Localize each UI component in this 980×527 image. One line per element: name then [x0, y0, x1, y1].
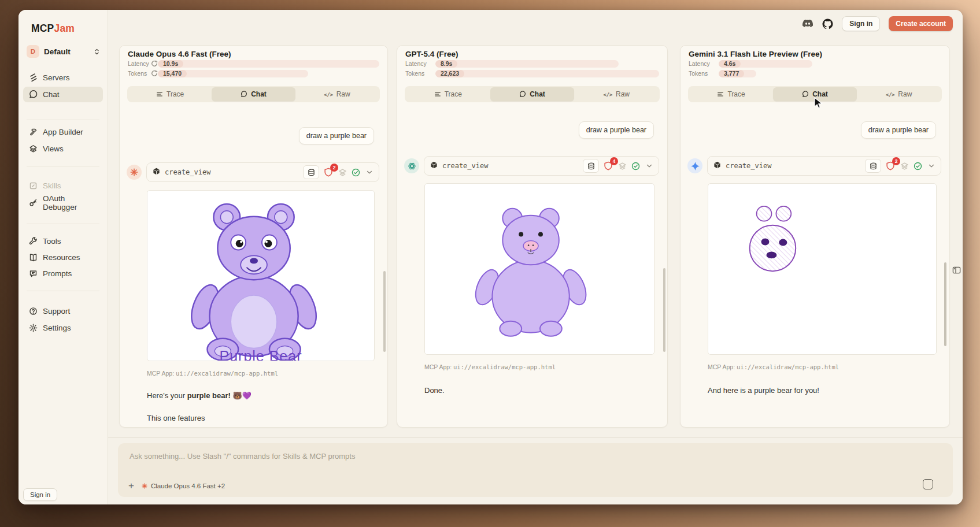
tokens-value: 3,777: [719, 70, 744, 77]
sidebar-item-chat[interactable]: Chat: [23, 87, 103, 102]
sidebar-item-label: App Builder: [43, 128, 83, 136]
latency-metric: Latency 8.9s: [405, 60, 659, 68]
discord-icon[interactable]: [802, 19, 813, 28]
shield-icon[interactable]: 4: [604, 161, 613, 170]
database-chip-button[interactable]: [303, 165, 319, 179]
sidebar-item-label: Servers: [43, 73, 70, 82]
sign-in-button[interactable]: Sign in: [842, 16, 880, 31]
panel-toggle-icon[interactable]: [952, 266, 961, 274]
sidebar-divider: [27, 291, 99, 291]
shield-icon[interactable]: 2: [886, 161, 896, 170]
shield-icon[interactable]: 2: [324, 168, 334, 177]
tool-name: create_view: [165, 168, 210, 176]
model-title: GPT-5.4 (Free): [405, 50, 458, 58]
stop-button[interactable]: [923, 479, 933, 489]
tab-trace[interactable]: Trace: [128, 87, 212, 101]
mouse-cursor: [812, 97, 824, 110]
assistant-message: This one features: [147, 414, 376, 422]
sidebar-item-label: Prompts: [43, 269, 72, 278]
latency-metric: Latency 10.9s: [128, 60, 379, 68]
tab-trace[interactable]: Trace: [689, 87, 773, 101]
sidebar-item-support[interactable]: Support: [23, 303, 103, 319]
assistant-message: Here's your purple bear! 🐻💜: [147, 391, 376, 400]
help-circle-icon: [29, 307, 38, 316]
latency-metric: Latency 4.6s: [689, 60, 941, 68]
layers-icon: [29, 144, 38, 153]
sidebar-item-views[interactable]: Views: [23, 141, 103, 157]
excalidraw-canvas[interactable]: Purple Bear: [147, 190, 375, 361]
mcp-app-link: MCP App: ui://excalidraw/mcp-app.html: [147, 370, 278, 377]
prompt-bubble-icon: [29, 269, 38, 278]
tool-name: create_view: [442, 162, 488, 170]
sidebar-item-oauth-debugger[interactable]: OAuth Debugger: [23, 195, 103, 210]
chevron-up-down-icon: [93, 48, 101, 55]
tool-call-row[interactable]: create_view 2: [127, 162, 379, 182]
sidebar-item-resources[interactable]: Resources: [23, 250, 103, 265]
model-selector-chip[interactable]: Claude Opus 4.6 Fast +2: [142, 483, 225, 489]
tab-chat[interactable]: Chat: [212, 87, 295, 101]
notification-badge: 4: [610, 157, 618, 165]
sidebar-item-app-builder[interactable]: App Builder: [23, 124, 103, 140]
scrollbar-thumb[interactable]: [663, 268, 665, 352]
top-bar: Sign in Create account: [108, 10, 963, 38]
workspace-selector[interactable]: D Default: [23, 43, 104, 60]
tab-raw[interactable]: </>Raw: [295, 87, 379, 101]
chat-input[interactable]: [118, 443, 953, 471]
sidebar-sign-in-button[interactable]: Sign in: [23, 488, 57, 501]
chevron-down-icon[interactable]: [928, 162, 935, 169]
sidebar-item-prompts[interactable]: Prompts: [23, 266, 103, 281]
sidebar-item-label: Views: [43, 144, 64, 153]
add-attachment-button[interactable]: +: [128, 481, 134, 491]
main-area: Sign in Create account Claude Opus 4.6 F…: [108, 10, 963, 504]
excalidraw-canvas[interactable]: [708, 183, 937, 355]
user-message-bubble: draw a purple bear: [579, 121, 654, 139]
servers-icon: [29, 73, 38, 82]
tab-trace[interactable]: Trace: [406, 87, 490, 101]
scrollbar-thumb[interactable]: [383, 271, 386, 352]
tokens-value: 15,470: [158, 70, 187, 77]
skills-icon: [29, 181, 38, 190]
tool-call-row[interactable]: create_view 2: [687, 156, 941, 176]
chevron-down-icon[interactable]: [646, 162, 653, 169]
layers-icon[interactable]: [338, 168, 347, 177]
mcp-app-link: MCP App: ui://excalidraw/mcp-app.html: [708, 363, 839, 370]
sidebar-item-tools[interactable]: Tools: [23, 233, 103, 249]
claude-avatar: [127, 165, 142, 180]
drawing-caption: Purple Bear: [147, 348, 374, 361]
tab-raw[interactable]: </>Raw: [857, 87, 941, 101]
sidebar-item-label: Resources: [43, 253, 80, 262]
excalidraw-canvas[interactable]: [424, 183, 654, 355]
sidebar-divider: [27, 224, 99, 224]
assistant-message: And here is a purple bear for you!: [708, 386, 938, 395]
create-account-button[interactable]: Create account: [889, 16, 953, 31]
check-circle-icon: [914, 162, 922, 170]
chevron-down-icon[interactable]: [366, 169, 373, 176]
sidebar-divider: [27, 120, 99, 120]
sidebar-item-label: Settings: [43, 324, 71, 332]
package-icon: [153, 167, 160, 177]
sidebar-item-label: Chat: [43, 90, 60, 99]
user-message-bubble: draw a purple bear: [299, 127, 374, 144]
github-icon[interactable]: [822, 18, 833, 29]
sidebar-item-settings[interactable]: Settings: [23, 320, 103, 336]
sidebar-item-label: Tools: [43, 237, 61, 246]
package-icon: [430, 161, 438, 171]
tokens-metric: Tokens 22,623: [405, 69, 659, 77]
tokens-value: 22,623: [435, 70, 464, 77]
tool-call-row[interactable]: create_view 4: [404, 156, 659, 176]
tab-chat[interactable]: Chat: [490, 87, 575, 101]
tab-raw[interactable]: </>Raw: [574, 87, 659, 101]
sidebar-item-servers[interactable]: Servers: [23, 70, 103, 86]
layers-icon[interactable]: [900, 162, 909, 170]
sidebar-item-label: Skills: [43, 181, 61, 190]
database-chip-button[interactable]: [583, 159, 599, 173]
claude-star-icon: [142, 483, 147, 489]
app-logo: MCPJam: [31, 23, 75, 35]
tool-name: create_view: [726, 162, 771, 170]
page-scrollbar-thumb[interactable]: [944, 262, 946, 346]
database-chip-button[interactable]: [865, 159, 881, 173]
code-icon: </>: [324, 91, 333, 98]
layers-icon[interactable]: [618, 162, 627, 170]
latency-value: 4.6s: [719, 60, 741, 68]
model-title: Claude Opus 4.6 Fast (Free): [128, 50, 231, 58]
